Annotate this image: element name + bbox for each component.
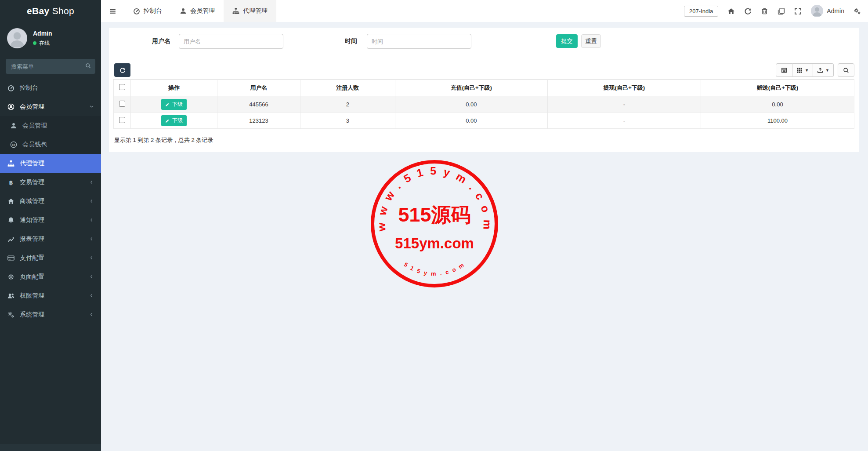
row-checkbox[interactable] — [119, 101, 125, 107]
withdraw-cell: - — [547, 113, 701, 129]
pencil-icon — [165, 118, 170, 123]
refresh-table-button[interactable] — [114, 63, 130, 77]
user-icon — [10, 122, 18, 129]
table-view-controls: ▼ ▼ — [776, 63, 854, 77]
column-header: 操作 — [130, 80, 217, 96]
chevron-left-icon — [89, 199, 94, 204]
export-button[interactable]: ▼ — [813, 63, 834, 77]
admin-name: Admin — [827, 7, 844, 15]
column-header: 赠送(自己+下级) — [701, 80, 854, 96]
table-row: 下级 123123 3 0.00 - 1100.00 — [114, 113, 854, 129]
columns-button[interactable]: ▼ — [792, 63, 813, 77]
username-input[interactable] — [179, 34, 283, 49]
user-status: 在线 — [33, 40, 52, 47]
chevron-left-icon — [89, 236, 94, 241]
username-cell: 123123 — [217, 113, 300, 129]
brand-bold: eBay — [27, 6, 49, 16]
select-all-checkbox[interactable] — [119, 84, 125, 90]
time-input[interactable] — [367, 34, 471, 49]
sidebar-search-input[interactable] — [6, 59, 95, 74]
stamp-arc-top-text: w w w . 5 1 5 y m . c o m — [375, 164, 494, 232]
sidebar-item-report-management[interactable]: 报表管理 — [0, 229, 101, 248]
svg-text:5 1 5 y m . c o m: 5 1 5 y m . c o m — [403, 261, 466, 277]
chevron-down-icon — [89, 104, 94, 109]
content-area: 用户名 时间 提交 重置 ▼ ▼ — [101, 22, 868, 451]
column-header: 提现(自己+下级) — [547, 80, 701, 96]
record-summary: 显示第 1 到第 2 条记录，总共 2 条记录 — [114, 136, 859, 144]
withdraw-cell: - — [547, 96, 701, 113]
menu-toggle-icon[interactable] — [101, 7, 124, 15]
tab-member-management[interactable]: 会员管理 — [171, 0, 224, 22]
toggle-view-button[interactable] — [776, 63, 792, 77]
refresh-icon[interactable] — [744, 7, 752, 15]
tab-label: 控制台 — [144, 7, 162, 15]
sidebar-subitem-members[interactable]: 会员管理 — [0, 116, 101, 135]
member-submenu: 会员管理 会员钱包 — [0, 116, 101, 154]
sidebar-item-permission-management[interactable]: 权限管理 — [0, 286, 101, 305]
online-status-label: 在线 — [39, 40, 50, 47]
tab-dashboard[interactable]: 控制台 — [124, 0, 171, 22]
sidebar-item-system-management[interactable]: 系统管理 — [0, 305, 101, 324]
sidebar-item-agent-management[interactable]: 代理管理 — [0, 154, 101, 173]
recharge-cell: 0.00 — [395, 96, 547, 113]
trash-icon[interactable] — [761, 7, 768, 15]
sidebar-item-label: 控制台 — [20, 84, 94, 92]
reset-button[interactable]: 重置 — [581, 34, 601, 48]
sidebar: eBay Shop Admin 在线 控制台 会员管理 会员管理 — [0, 0, 101, 451]
column-header: 注册人数 — [300, 80, 395, 96]
subordinate-button-label: 下级 — [172, 117, 183, 124]
tachometer-icon — [133, 7, 140, 15]
sidebar-item-trade-management[interactable]: 交易管理 — [0, 173, 101, 192]
users-icon — [7, 292, 15, 299]
chevron-left-icon — [89, 312, 94, 317]
region-selector[interactable]: 207-India — [684, 6, 718, 17]
fullscreen-icon[interactable] — [794, 7, 802, 15]
search-icon — [85, 63, 91, 69]
brand-logo: eBay Shop — [0, 0, 101, 22]
user-name: Admin — [33, 30, 52, 37]
action-cell: 下级 — [130, 96, 217, 113]
bell-icon — [7, 217, 15, 224]
table-header-row: 操作 用户名 注册人数 充值(自己+下级) 提现(自己+下级) 赠送(自己+下级… — [114, 80, 854, 96]
filter-form: 用户名 时间 提交 重置 — [109, 28, 859, 55]
tachometer-icon — [7, 84, 15, 91]
sidebar-item-label: 支付配置 — [20, 254, 89, 262]
brand-rest: Shop — [50, 6, 74, 16]
row-select-cell — [114, 113, 131, 129]
sidebar-subitem-member-wallet[interactable]: 会员钱包 — [0, 135, 101, 154]
username-label: 用户名 — [135, 37, 170, 45]
table-row: 下级 445566 2 0.00 - 0.00 — [114, 96, 854, 113]
subordinate-button[interactable]: 下级 — [161, 115, 187, 126]
sidebar-item-mall-management[interactable]: 商城管理 — [0, 192, 101, 211]
registered-cell: 2 — [300, 96, 395, 113]
chevron-left-icon — [89, 218, 94, 222]
subordinate-button[interactable]: 下级 — [161, 99, 187, 110]
stamp-ring — [373, 162, 496, 286]
cc-wallet-icon — [10, 141, 18, 148]
sidebar-item-page-config[interactable]: 页面配置 — [0, 267, 101, 286]
sidebar-item-label: 权限管理 — [20, 292, 89, 300]
home-icon[interactable] — [727, 7, 735, 15]
sidebar-item-dashboard[interactable]: 控制台 — [0, 78, 101, 97]
search-toggle-button[interactable] — [838, 63, 854, 77]
chevron-left-icon — [89, 293, 94, 298]
sidebar-item-member-management[interactable]: 会员管理 — [0, 97, 101, 116]
copy-icon[interactable] — [778, 7, 785, 15]
row-checkbox[interactable] — [119, 117, 125, 123]
column-header: 充值(自己+下级) — [395, 80, 547, 96]
submit-button[interactable]: 提交 — [556, 34, 578, 48]
column-header: 用户名 — [217, 80, 300, 96]
sidebar-item-payment-config[interactable]: 支付配置 — [0, 248, 101, 267]
tab-agent-management[interactable]: 代理管理 — [224, 0, 276, 22]
avatar — [7, 28, 27, 48]
subordinate-button-label: 下级 — [172, 101, 183, 108]
settings-cogs-icon[interactable] — [854, 7, 861, 15]
registered-cell: 3 — [300, 113, 395, 129]
user-circle-icon — [7, 103, 15, 110]
sidebar-item-notice-management[interactable]: 通知管理 — [0, 211, 101, 229]
sidebar-item-label: 会员钱包 — [22, 141, 94, 149]
admin-menu[interactable]: Admin — [811, 5, 844, 17]
agents-table: 操作 用户名 注册人数 充值(自己+下级) 提现(自己+下级) 赠送(自己+下级… — [113, 79, 854, 129]
chevron-left-icon — [89, 274, 94, 279]
avatar — [811, 5, 823, 17]
